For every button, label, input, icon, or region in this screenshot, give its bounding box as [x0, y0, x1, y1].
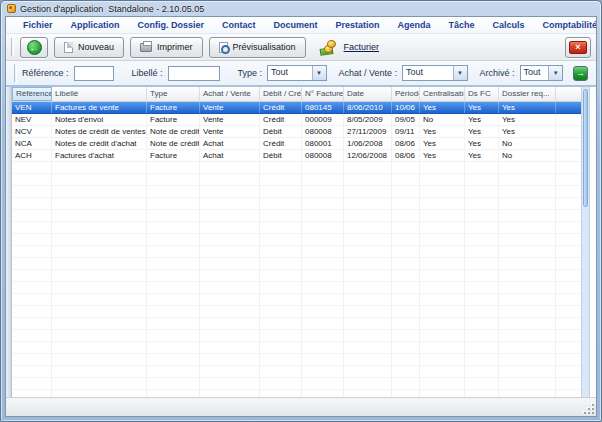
libelle-input[interactable]: [168, 66, 220, 81]
table-cell: Factures de vente: [52, 102, 147, 113]
table-cell: [465, 210, 499, 221]
table-cell: [392, 198, 420, 209]
chevron-down-icon[interactable]: ▼: [548, 66, 562, 80]
table-cell: [499, 222, 556, 233]
table-cell: [420, 246, 465, 257]
column-header-dossier-req[interactable]: Dossier req...: [499, 87, 556, 101]
search-go-button[interactable]: →: [573, 66, 588, 81]
new-button[interactable]: Nouveau: [54, 37, 124, 58]
menu-item-calculs[interactable]: Calculs: [484, 20, 534, 30]
empty-row: [12, 210, 581, 222]
table-cell: [260, 270, 302, 281]
toolbar: ← Nouveau Imprimer Prévisualisation Fact…: [6, 34, 596, 61]
empty-row: [12, 366, 581, 378]
menu-item-contact[interactable]: Contact: [213, 20, 265, 30]
achat-vente-select[interactable]: Tout ▼: [402, 65, 467, 81]
column-header-reference[interactable]: Référence: [12, 87, 52, 101]
preview-button[interactable]: Prévisualisation: [209, 37, 306, 58]
application-window: Gestion d'application Standalone - 2.10.…: [0, 0, 602, 422]
filterbar-grip[interactable]: [14, 64, 17, 82]
table-cell: Yes: [499, 102, 556, 113]
archive-select-value: Tout: [521, 66, 549, 80]
table-cell: [465, 342, 499, 353]
archive-select[interactable]: Tout ▼: [520, 65, 564, 81]
table-cell: [344, 294, 392, 305]
table-cell: Vente: [200, 126, 260, 137]
close-button[interactable]: ×: [565, 37, 591, 58]
menu-item-comptabilite[interactable]: Comptabilité: [534, 20, 597, 30]
column-header-achat-vente[interactable]: Achat / Vente: [200, 87, 260, 101]
type-select[interactable]: Tout ▼: [267, 65, 326, 81]
table-cell: [260, 294, 302, 305]
table-cell: [499, 162, 556, 173]
table-cell: [12, 258, 52, 269]
table-row[interactable]: NCVNotes de crédit de ventesNote de créd…: [12, 126, 581, 138]
table-cell: [147, 258, 200, 269]
reference-input[interactable]: [74, 66, 114, 81]
table-cell: [465, 162, 499, 173]
table-cell: Vente: [200, 114, 260, 125]
table-row[interactable]: VENFactures de venteFactureVenteCrédit08…: [12, 102, 581, 114]
table-cell: [392, 246, 420, 257]
table-cell: [12, 270, 52, 281]
column-header-ds-fc[interactable]: Ds FC: [465, 87, 499, 101]
table-cell: [420, 222, 465, 233]
menu-item-tache[interactable]: Tâche: [440, 20, 484, 30]
table-cell: [147, 330, 200, 341]
menu-item-fichier[interactable]: Fichier: [14, 20, 62, 30]
menu-item-application[interactable]: Application: [62, 20, 129, 30]
menu-item-agenda[interactable]: Agenda: [389, 20, 440, 30]
table-cell: [344, 366, 392, 377]
menu-item-config-dossier[interactable]: Config. Dossier: [129, 20, 214, 30]
column-header-date[interactable]: Date: [344, 87, 392, 101]
toolbar-grip[interactable]: [11, 38, 14, 56]
column-header-centralisable[interactable]: Centralisable: [420, 87, 465, 101]
invoice-grid: RéférenceLibelléTypeAchat / VenteDébit /…: [6, 87, 596, 397]
menu-item-prestation[interactable]: Prestation: [327, 20, 389, 30]
table-cell: [302, 306, 344, 317]
column-header-libelle[interactable]: Libellé: [52, 87, 147, 101]
table-cell: [302, 270, 344, 281]
table-cell: [147, 270, 200, 281]
chevron-down-icon[interactable]: ▼: [453, 66, 467, 80]
archive-label: Archivé :: [480, 68, 515, 78]
table-cell: [465, 318, 499, 329]
table-cell: [392, 282, 420, 293]
table-cell: [147, 378, 200, 389]
table-row[interactable]: NEVNotes d'envoiFactureVenteCrédit000009…: [12, 114, 581, 126]
vertical-scrollbar[interactable]: [581, 87, 590, 397]
table-row[interactable]: ACHFactures d'achatFactureAchatDébit0800…: [12, 150, 581, 162]
table-cell: [499, 234, 556, 245]
table-cell: [52, 186, 147, 197]
table-cell: [147, 222, 200, 233]
table-cell: [52, 234, 147, 245]
table-cell: [499, 246, 556, 257]
menu-item-document[interactable]: Document: [265, 20, 327, 30]
table-cell: [420, 162, 465, 173]
table-cell: [12, 342, 52, 353]
print-button[interactable]: Imprimer: [130, 37, 203, 58]
facturier-link[interactable]: Facturier: [344, 42, 380, 52]
table-cell: [344, 270, 392, 281]
table-cell: [260, 186, 302, 197]
table-cell: [200, 270, 260, 281]
column-header-debit-credit[interactable]: Débit / Crédit: [260, 87, 302, 101]
scrollbar-thumb[interactable]: [583, 89, 588, 207]
table-cell: [344, 198, 392, 209]
achat-vente-label: Achat / Vente :: [339, 68, 398, 78]
column-header-type[interactable]: Type: [147, 87, 200, 101]
back-button[interactable]: ←: [20, 37, 48, 58]
resize-grip[interactable]: [582, 402, 594, 414]
chevron-down-icon[interactable]: ▼: [312, 66, 326, 80]
table-cell: 08/06: [392, 150, 420, 161]
table-cell: VEN: [12, 102, 52, 113]
column-header-periode[interactable]: Période: [392, 87, 420, 101]
table-cell: [200, 294, 260, 305]
table-cell: [147, 234, 200, 245]
column-header-n-facture[interactable]: N° Facture: [302, 87, 344, 101]
table-row[interactable]: NCANotes de crédit d'achatNote de crédit…: [12, 138, 581, 150]
title-bar[interactable]: Gestion d'application Standalone - 2.10.…: [1, 1, 601, 16]
table-cell: [52, 270, 147, 281]
table-cell: [52, 294, 147, 305]
table-cell: [420, 234, 465, 245]
